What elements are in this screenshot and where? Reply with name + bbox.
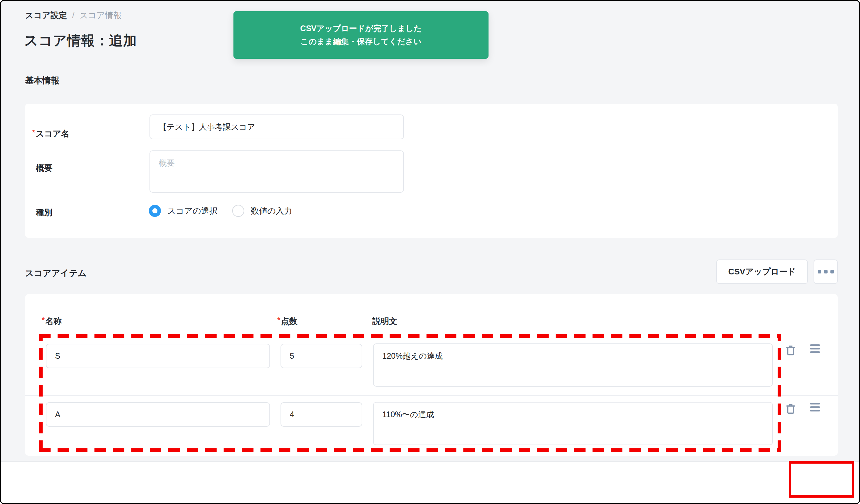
radio-option-numeric-input[interactable]: 数値の入力 (232, 205, 292, 217)
toast-line-2: このまま編集・保存してください (301, 35, 422, 48)
required-asterisk: * (42, 316, 44, 324)
drag-handle-icon (810, 344, 820, 353)
column-header-points: *点数 (277, 316, 297, 327)
score-item-name-input[interactable] (46, 402, 270, 427)
required-asterisk: * (32, 128, 35, 137)
score-item-description-textarea[interactable]: 120%越えの達成 (373, 343, 773, 387)
trash-icon (785, 403, 796, 415)
score-item-name-input[interactable] (46, 344, 270, 368)
footer-action-bar: キャンセル 保存 (1, 461, 859, 504)
breadcrumb-score-info: スコア情報 (80, 10, 121, 21)
breadcrumb: スコア設定 / スコア情報 (25, 10, 121, 21)
radio-option-label: スコアの選択 (167, 205, 217, 217)
delete-row-button[interactable] (785, 403, 796, 415)
radio-unselected-icon[interactable] (232, 205, 244, 217)
csv-upload-button[interactable]: CSVアップロード (716, 259, 808, 284)
column-header-points-text: 点数 (281, 316, 297, 326)
trash-icon (785, 344, 796, 357)
basic-info-heading: 基本情報 (25, 75, 59, 86)
radio-option-label: 数値の入力 (250, 205, 292, 217)
csv-upload-success-toast: CSVアップロードが完了しました このまま編集・保存してください (233, 11, 488, 59)
score-item-points-input[interactable] (281, 402, 362, 427)
row-divider (25, 395, 838, 396)
more-actions-button[interactable] (814, 259, 838, 284)
delete-row-button[interactable] (785, 344, 796, 357)
toast-line-1: CSVアップロードが完了しました (300, 22, 422, 35)
summary-textarea[interactable] (149, 150, 404, 193)
score-name-input[interactable] (149, 114, 404, 139)
row-actions (785, 403, 820, 415)
radio-selected-icon[interactable] (149, 205, 161, 217)
score-items-heading: スコアアイテム (25, 268, 86, 279)
score-name-label: *スコア名 (32, 128, 69, 139)
score-item-description-textarea[interactable]: 110%〜の達成 (373, 402, 773, 445)
column-header-description: 説明文 (372, 316, 397, 327)
type-radio-group: スコアの選択 数値の入力 (149, 205, 292, 217)
drag-row-handle[interactable] (810, 344, 820, 353)
summary-label: 概要 (36, 162, 53, 174)
radio-option-score-select[interactable]: スコアの選択 (149, 205, 217, 217)
score-info-page: スコア設定 / スコア情報 スコア情報：追加 CSVアップロードが完了しました … (0, 0, 860, 504)
row-actions (785, 344, 820, 357)
column-header-name-text: 名称 (45, 316, 62, 326)
ellipsis-icon (818, 270, 834, 273)
required-asterisk: * (277, 316, 280, 324)
drag-handle-icon (810, 403, 820, 412)
score-item-points-input[interactable] (281, 344, 362, 368)
score-name-label-text: スコア名 (35, 129, 69, 138)
page-title: スコア情報：追加 (24, 31, 137, 50)
breadcrumb-score-settings[interactable]: スコア設定 (25, 10, 67, 21)
drag-row-handle[interactable] (810, 403, 820, 412)
score-items-card: *名称 *点数 説明文 120%越えの達成 110%〜の達成 (25, 294, 838, 456)
column-header-name: *名称 (42, 316, 62, 327)
type-label: 種別 (36, 207, 53, 218)
basic-info-card: *スコア名 概要 種別 スコアの選択 数値の入力 (25, 104, 838, 238)
breadcrumb-separator: / (72, 11, 74, 20)
